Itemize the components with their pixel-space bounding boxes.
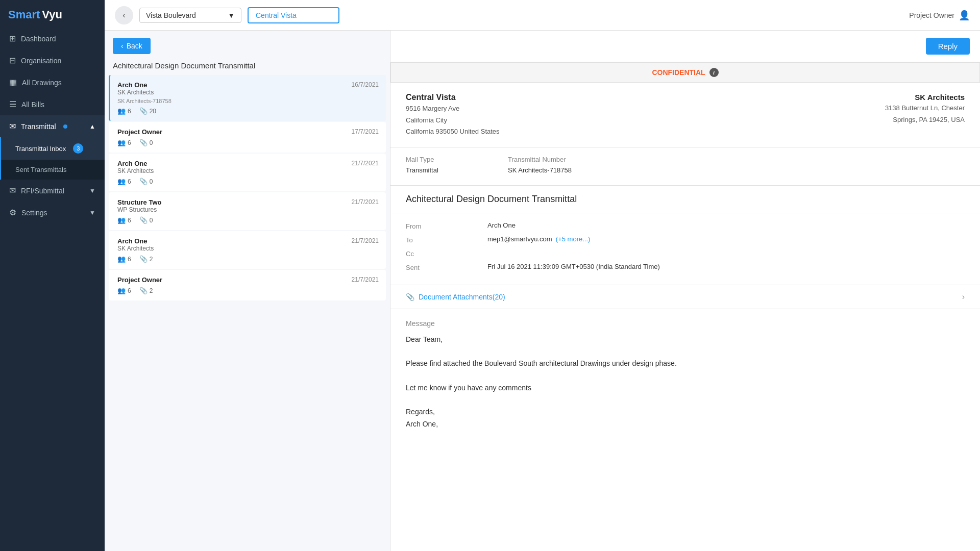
ti-sender: Arch One (117, 81, 154, 89)
mail-type-label: Mail Type (406, 156, 508, 163)
ti-company: SK Architects (117, 167, 154, 174)
ti-people-count: 6 (128, 256, 131, 263)
sender-info: Central Vista 9516 Margery Ave Californi… (406, 93, 500, 137)
sender-address-3: California 935050 United States (406, 127, 500, 137)
confidential-text: CONFIDENTIAL (652, 68, 705, 77)
sidebar-label-transmittal-inbox: Transmittal Inbox (15, 145, 66, 153)
attachment-icon: 📎 (139, 255, 148, 263)
ti-sender: Structure Two (117, 198, 161, 206)
message-body-2: Let me know if you have any comments (406, 382, 965, 394)
sidebar-item-transmittal[interactable]: ✉ Transmittal ▲ (0, 115, 105, 137)
ti-company: SK Architects (117, 245, 154, 252)
sidebar-item-rfi-submittal[interactable]: ✉ RFI/Submittal ▼ (0, 180, 105, 202)
active-project-label: Central Vista (248, 7, 339, 23)
detail-meta: Mail Type Transmittal Number Transmittal… (390, 147, 980, 186)
ti-attachments-count: 0 (150, 217, 153, 224)
sidebar-label-sent-transmittals: Sent Transmittals (15, 166, 66, 173)
panel-toolbar: ‹ Back (105, 31, 390, 61)
back-button[interactable]: ‹ Back (113, 38, 151, 54)
attachments-row[interactable]: 📎 Document Attachments(20) › (390, 285, 980, 309)
project-dropdown[interactable]: Vista Boulevard ▼ (139, 8, 241, 23)
sidebar-label-all-bills: All Bills (21, 101, 44, 109)
ti-attachments-count: 2 (150, 287, 153, 294)
people-icon: 👥 (117, 287, 126, 294)
sidebar-item-sent-transmittals[interactable]: Sent Transmittals (1, 160, 105, 180)
top-header: ‹ Vista Boulevard ▼ Central Vista Projec… (105, 0, 980, 31)
rfi-submittal-icon: ✉ (9, 186, 16, 195)
paperclip-icon: 📎 (406, 293, 414, 301)
sidebar-item-all-bills[interactable]: ☰ All Bills (0, 93, 105, 115)
transmittal-list-panel: ‹ Back Achitectural Design Document Tran… (105, 31, 390, 551)
cc-label: Cc (406, 249, 487, 258)
ti-people-meta: 👥 6 (117, 255, 131, 263)
ti-attachments-meta: 📎 20 (139, 107, 156, 115)
header-back-button[interactable]: ‹ (115, 6, 133, 24)
mail-type-value: Transmittal (406, 166, 508, 174)
info-icon: i (709, 68, 719, 77)
attachments-left: 📎 Document Attachments(20) (406, 293, 505, 301)
ti-attachments-meta: 📎 0 (139, 216, 153, 224)
transmittal-chevron-icon: ▲ (89, 123, 95, 130)
ti-attachments-meta: 📎 2 (139, 287, 153, 294)
sidebar-navigation: ⊞ Dashboard ⊟ Organisation ▦ All Drawing… (0, 28, 105, 551)
app-logo: SmartVyu (0, 0, 105, 28)
ti-company: SK Architects (117, 89, 154, 96)
reply-button[interactable]: Reply (926, 38, 970, 55)
sender-org-name: Central Vista (406, 93, 500, 102)
sidebar: SmartVyu ⊞ Dashboard ⊟ Organisation ▦ Al… (0, 0, 105, 551)
ti-date: 17/7/2021 (352, 128, 379, 135)
ti-attachments-count: 20 (150, 108, 156, 115)
ti-attachments-meta: 📎 0 (139, 139, 153, 146)
field-row-to: To mep1@smartvyu.com (+5 more...) (406, 235, 965, 244)
ti-people-count: 6 (128, 139, 131, 146)
main-area: ‹ Vista Boulevard ▼ Central Vista Projec… (105, 0, 980, 551)
sidebar-item-dashboard[interactable]: ⊞ Dashboard (0, 28, 105, 49)
sidebar-item-settings[interactable]: ⚙ Settings ▼ (0, 202, 105, 223)
detail-content: CONFIDENTIAL i Central Vista 9516 Marger… (390, 62, 980, 551)
transmittal-item[interactable]: Arch One SK Architects 21/7/2021 👥 6 📎 0 (109, 154, 386, 191)
from-value: Arch One (487, 221, 516, 229)
ti-attachments-count: 0 (150, 139, 153, 146)
transmittal-item[interactable]: Arch One SK Architects 21/7/2021 👥 6 📎 2 (109, 231, 386, 269)
message-signature: Arch One, (406, 418, 965, 431)
sidebar-label-transmittal: Transmittal (21, 122, 56, 131)
sent-label: Sent (406, 263, 487, 271)
message-section: Message Dear Team, Please find attached … (390, 309, 980, 441)
ti-people-meta: 👥 6 (117, 107, 131, 115)
transmittal-item[interactable]: Arch One SK Architects 16/7/2021 SK Arch… (109, 75, 386, 121)
transmittal-item[interactable]: Project Owner 17/7/2021 👥 6 📎 0 (109, 122, 386, 153)
transmittal-dot (63, 124, 67, 129)
sidebar-item-all-drawings[interactable]: ▦ All Drawings (0, 71, 105, 93)
organisation-icon: ⊟ (9, 56, 16, 65)
ti-people-count: 6 (128, 217, 131, 224)
ti-attachments-count: 2 (150, 256, 153, 263)
message-body-1: Please find attached the Boulevard South… (406, 358, 965, 370)
ti-people-count: 6 (128, 108, 131, 115)
to-more-link[interactable]: (+5 more...) (556, 235, 591, 243)
dropdown-chevron-icon: ▼ (228, 11, 235, 19)
ti-people-meta: 👥 6 (117, 216, 131, 224)
ti-company: WP Structures (117, 206, 161, 213)
panel-title: Achitectural Design Document Transmittal (105, 61, 390, 75)
transmittal-item[interactable]: Structure Two WP Structures 21/7/2021 👥 … (109, 192, 386, 230)
transmittal-number-label: Transmittal Number (508, 156, 610, 163)
detail-toolbar: Reply (390, 31, 980, 62)
field-row-from: From Arch One (406, 221, 965, 230)
sender-address-1: 9516 Margery Ave (406, 104, 500, 114)
transmittal-item[interactable]: Project Owner 21/7/2021 👥 6 📎 2 (109, 270, 386, 300)
transmittal-number-value: SK Architects-718758 (508, 166, 572, 174)
sidebar-label-rfi-submittal: RFI/Submittal (21, 187, 64, 195)
ti-people-meta: 👥 6 (117, 287, 131, 294)
ti-attachments-count: 0 (150, 178, 153, 185)
attachments-link[interactable]: Document Attachments(20) (419, 293, 505, 301)
ti-attachments-meta: 📎 2 (139, 255, 153, 263)
ti-people-meta: 👥 6 (117, 139, 131, 146)
user-profile[interactable]: Project Owner 👤 (909, 10, 970, 21)
sidebar-item-organisation[interactable]: ⊟ Organisation (0, 49, 105, 71)
sidebar-label-all-drawings: All Drawings (22, 79, 62, 87)
sidebar-item-transmittal-inbox[interactable]: Transmittal Inbox 3 (1, 137, 105, 160)
recipient-address-1: 3138 Butternut Ln, Chester (885, 103, 965, 113)
all-drawings-icon: ▦ (9, 78, 17, 87)
sidebar-label-organisation: Organisation (21, 57, 61, 65)
content-body: ‹ Back Achitectural Design Document Tran… (105, 31, 980, 551)
